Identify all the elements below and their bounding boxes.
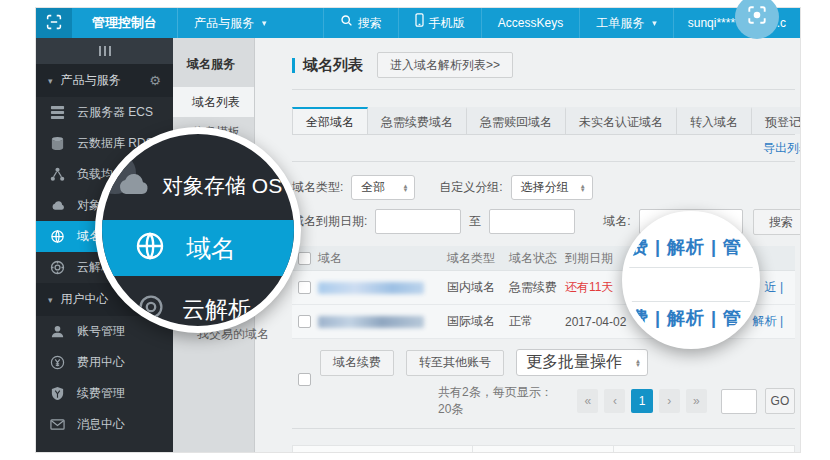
next-page-button[interactable]: › <box>659 389 680 413</box>
quick-links-bar: 域名注册 域名转入 赎回已过期域名 <box>292 445 795 452</box>
goto-page-input[interactable] <box>721 389 757 414</box>
phone-icon <box>415 8 424 38</box>
transfer-account-button[interactable]: 转至其他账号 <box>406 350 504 376</box>
domain-type-label: 域名类型: <box>292 179 343 196</box>
globe-icon <box>49 229 65 245</box>
zoomed-operations-links: 费 | 解析 | 管 <box>630 235 760 259</box>
billing-icon <box>49 355 65 371</box>
row-checkbox[interactable] <box>298 315 311 328</box>
select-arrows-icon: ▲▼ <box>402 184 408 192</box>
domain-type-value: 国内域名 <box>447 279 509 296</box>
divider <box>628 301 754 302</box>
current-page-button[interactable]: 1 <box>631 389 652 413</box>
select-all-checkbox[interactable] <box>298 252 311 265</box>
globe-icon <box>134 230 166 266</box>
products-menu[interactable]: 产品与服务 ▾ <box>178 8 283 38</box>
row-operations-link[interactable]: 近 | <box>765 279 783 296</box>
row-checkbox[interactable] <box>298 281 311 294</box>
pagination-summary: 共有2条，每页显示：20条 <box>438 384 561 418</box>
sidebar-item-renewal[interactable]: 续费管理 <box>36 378 173 409</box>
topbar-right: 搜索 手机版 AccessKeys 工单服务 ▾ <box>323 8 800 38</box>
prev-page-button[interactable]: ‹ <box>604 389 625 413</box>
row-operations-link[interactable]: 解析 | <box>753 313 783 330</box>
chevron-down-icon: ▾ <box>48 76 53 86</box>
domain-type-select[interactable]: 全部 ▲▼ <box>351 175 415 200</box>
expiry-start-input[interactable] <box>375 209 461 234</box>
gear-icon[interactable]: ⚙ <box>149 73 161 88</box>
custom-group-label: 自定义分组: <box>439 179 502 196</box>
cloud-logo-icon <box>44 12 64 35</box>
sidebar-collapse-button[interactable] <box>36 38 173 64</box>
cloud-storage-icon <box>114 171 150 201</box>
renewal-icon <box>49 386 65 402</box>
tab-redeem-urgent[interactable]: 急需赎回域名 <box>467 107 566 134</box>
first-page-button[interactable]: « <box>577 389 598 413</box>
zoomed-item-storage: 对象存储 OS <box>102 164 301 208</box>
aliyun-logo[interactable] <box>36 8 72 38</box>
database-icon <box>49 136 65 152</box>
server-icon <box>49 105 65 121</box>
domain-tabs: 全部域名 急需续费域名 急需赎回域名 未实名认证域名 转入域名 预登记域名 <box>292 107 795 135</box>
zoomed-operations-links: 费 | 解析 | 管 <box>630 306 760 330</box>
work-order-menu[interactable]: 工单服务 ▾ <box>579 8 673 38</box>
zoomed-item-domain: 域名 <box>95 220 301 276</box>
tab-all-domains[interactable]: 全部域名 <box>292 107 368 134</box>
batch-actions: 域名续费 转至其他账号 更多批量操作 ▲▼ 共有2条，每页显示：20条 « ‹ … <box>292 349 795 418</box>
sidebar-item-messages[interactable]: 消息中心 <box>36 409 173 440</box>
page-title: 域名列表 <box>303 56 363 75</box>
search-menu[interactable]: 搜索 <box>323 8 398 38</box>
search-button[interactable]: 搜索 <box>753 209 800 235</box>
search-icon <box>340 8 353 38</box>
sidebar-item-ecs[interactable]: 云服务器 ECS <box>36 97 173 128</box>
load-balancer-icon <box>49 167 65 183</box>
topbar: 管理控制台 产品与服务 ▾ 搜索 <box>36 8 800 38</box>
camera-frame-icon <box>746 4 768 30</box>
select-arrows-icon: ▲▼ <box>580 184 586 192</box>
mobile-menu[interactable]: 手机版 <box>398 8 481 38</box>
tab-transfer-in[interactable]: 转入域名 <box>677 107 752 134</box>
select-arrows-icon: ▲▼ <box>635 359 641 367</box>
magnifier-sidebar-zoom: 对象存储 OS 域名 云解析 <box>95 127 301 333</box>
chevron-down-icon: ▾ <box>652 8 657 38</box>
sidebar-item-billing[interactable]: 费用中心 <box>36 347 173 378</box>
last-page-button[interactable]: » <box>686 389 707 413</box>
register-domain-link[interactable]: 域名注册 <box>293 446 473 452</box>
to-label: 至 <box>469 213 481 230</box>
chevron-down-icon: ▾ <box>48 295 53 305</box>
transfer-in-domain-link[interactable]: 域名转入 <box>473 446 613 452</box>
tab-unverified[interactable]: 未实名认证域名 <box>566 107 677 134</box>
blurred-domain-name <box>318 316 424 328</box>
screenshot-canvas: 管理控制台 产品与服务 ▾ 搜索 <box>0 0 830 460</box>
tab-preregister[interactable]: 预登记域名 <box>752 107 800 134</box>
section-products[interactable]: ▾ 产品与服务 ⚙ <box>36 64 173 97</box>
cloud-storage-icon <box>49 198 65 214</box>
subnav-item-domain-list[interactable]: 域名列表 <box>173 87 254 117</box>
redeem-expired-domain-link[interactable]: 赎回已过期域名 <box>614 446 794 452</box>
export-row: 导出列表 <box>292 135 795 159</box>
page-title-row: 域名列表 进入域名解析列表>> <box>292 51 795 79</box>
tab-renewal-urgent[interactable]: 急需续费域名 <box>368 107 467 134</box>
magnifier-operations-zoom: 费 | 解析 | 管 费 | 解析 | 管 <box>622 211 760 349</box>
export-list-link[interactable]: 导出列表 <box>763 140 800 157</box>
console-title[interactable]: 管理控制台 <box>72 8 178 38</box>
renew-domain-button[interactable]: 域名续费 <box>320 350 394 376</box>
envelope-icon <box>49 417 65 433</box>
col-status: 域名状态 <box>509 250 565 267</box>
accesskeys-menu[interactable]: AccessKeys <box>481 8 579 38</box>
enter-dns-list-button[interactable]: 进入域名解析列表>> <box>377 52 513 78</box>
user-icon <box>49 324 65 340</box>
batch-checkbox[interactable] <box>298 373 311 386</box>
collapse-icon <box>99 46 101 56</box>
custom-group-select[interactable]: 选择分组 ▲▼ <box>511 175 593 200</box>
pagination: 共有2条，每页显示：20条 « ‹ 1 › » GO <box>320 384 795 418</box>
expiry-date-label: 域名到期日期: <box>292 213 367 230</box>
subnav-title: 域名服务 <box>173 38 254 87</box>
blurred-domain-name <box>318 282 424 294</box>
domain-status-value: 急需续费 <box>509 279 565 296</box>
expiry-end-input[interactable] <box>489 209 575 234</box>
go-button[interactable]: GO <box>765 388 795 414</box>
col-type: 域名类型 <box>447 250 509 267</box>
domain-type-value: 国际域名 <box>447 313 509 330</box>
divider <box>292 89 795 90</box>
more-batch-operations-select[interactable]: 更多批量操作 ▲▼ <box>516 349 648 376</box>
